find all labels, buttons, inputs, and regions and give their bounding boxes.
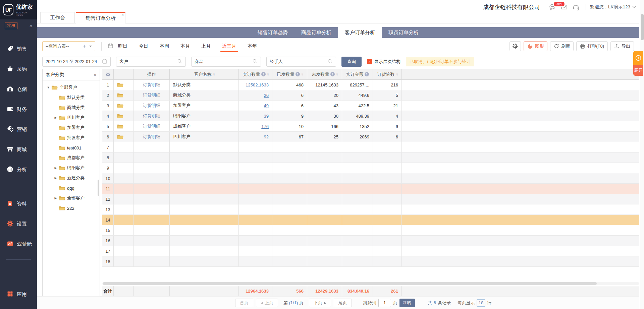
message-icon[interactable]: 389 (549, 3, 556, 11)
table-row[interactable]: 2订货明细商城分类26620449.65 (102, 90, 639, 101)
horizontal-scrollbar[interactable] (102, 282, 639, 285)
column-header-customer[interactable]: 客户名称 ↑↓ (170, 69, 239, 79)
tree-item[interactable]: 加盟客户 (43, 123, 100, 133)
play-button[interactable] (633, 51, 643, 65)
last-page-button[interactable]: 尾页 (334, 299, 352, 307)
order-detail-link[interactable]: 订货明细 (143, 82, 160, 88)
sidebar-item-sales[interactable]: 销售 (0, 39, 37, 59)
quantity-link[interactable]: 49 (264, 103, 269, 108)
notification-badge[interactable]: 389 (553, 1, 565, 7)
date-shortcut[interactable]: 近三月 (222, 43, 236, 49)
subnav-item[interactable]: 职员订单分析 (382, 27, 425, 38)
tree-item[interactable]: 批发客户 (43, 133, 100, 143)
handler-search-input[interactable]: 经手人 (266, 57, 336, 67)
table-row[interactable]: 4订货明细绵阳客户39930489.394 (102, 111, 639, 121)
query-button[interactable]: 查询 (341, 57, 362, 67)
query-scheme-select[interactable]: --查询方案-- + (42, 41, 95, 51)
subnav-item[interactable]: 客户订单分析 (338, 27, 382, 38)
quantity-link[interactable]: 39 (264, 114, 269, 119)
headset-icon[interactable] (572, 3, 580, 11)
close-icon[interactable]: × (121, 13, 124, 17)
table-row-empty[interactable]: 7 (102, 142, 639, 152)
table-row[interactable]: 3订货明细加盟客户49643422.521 (102, 101, 639, 111)
sidebar-item-settings[interactable]: 设置 (0, 214, 37, 234)
tree-item[interactable]: 商城分类 (43, 103, 100, 113)
user-menu[interactable]: 欢迎您，LK演示123 (590, 4, 636, 10)
tree-item[interactable]: test001 (43, 143, 100, 153)
search-icon[interactable] (327, 59, 333, 65)
table-row-empty[interactable]: 15 (102, 225, 639, 236)
tab-sales-order-analysis[interactable]: 销售订单分析 × (76, 12, 125, 23)
date-range-input[interactable]: 2021-10-24 至 2022-01-24 (42, 57, 111, 67)
table-row-empty[interactable]: 16 (102, 236, 639, 246)
tab-workbench[interactable]: 工作台 (40, 12, 75, 23)
search-icon[interactable] (252, 59, 258, 65)
per-page-select[interactable]: 18 (477, 299, 485, 307)
table-row[interactable]: 6订货明细四川客户92672520696 (102, 132, 639, 142)
quantity-link[interactable]: 176 (261, 124, 269, 129)
settings-button[interactable] (509, 41, 521, 51)
tree-item[interactable]: 222 (43, 203, 100, 213)
tree-item[interactable]: ▶新建分类 (43, 173, 100, 183)
table-row-empty[interactable]: 18 (102, 256, 639, 267)
sidebar-item-data[interactable]: 资料 (0, 194, 37, 214)
tree-item[interactable]: ▶四川客户 (43, 113, 100, 123)
prev-page-button[interactable]: ◀上页 (256, 299, 278, 307)
hierarchy-checkbox-wrap[interactable]: ✓ 显示层次结构 (367, 59, 400, 65)
table-row-empty[interactable]: 10 (102, 173, 639, 184)
order-detail-link[interactable]: 订货明细 (143, 134, 160, 140)
sidebar-item-analysis[interactable]: 分析 (0, 160, 37, 180)
next-page-button[interactable]: 下页▶ (309, 299, 331, 307)
tree-toggle-icon[interactable]: ▼ (45, 86, 51, 89)
chevron-down-icon[interactable] (89, 46, 92, 47)
tree-toggle-icon[interactable]: ▶ (53, 176, 59, 180)
quantity-link[interactable]: 26 (264, 93, 269, 98)
table-row-empty[interactable]: 13 (102, 204, 639, 215)
sidebar-item-cockpit[interactable]: 驾驶舱 (0, 234, 37, 254)
order-detail-link[interactable]: 订货明细 (143, 113, 160, 119)
table-row-empty[interactable]: 12 (102, 194, 639, 204)
subnav-item[interactable]: 商品订单分析 (294, 27, 338, 38)
search-icon[interactable] (177, 59, 182, 65)
tree-item[interactable]: ▶全部客户 (43, 193, 100, 203)
customer-search-input[interactable]: 客户 (116, 57, 186, 67)
app-logo[interactable]: UF 优纺家 YOU FOR HOME (0, 0, 37, 19)
date-shortcut[interactable]: 本月 (180, 43, 190, 49)
sidebar-item-warehouse[interactable]: 仓储 (0, 79, 37, 99)
table-row-empty[interactable]: 17 (102, 246, 639, 256)
date-shortcut[interactable]: 昨日 (118, 43, 127, 49)
calendar-icon[interactable] (102, 59, 107, 65)
tree-item[interactable]: 成都客户 (43, 153, 100, 163)
column-header-order-count[interactable]: 订货笔数 ↑↓ (373, 69, 402, 79)
order-detail-link[interactable]: 订货明细 (143, 103, 160, 109)
pinned-tag[interactable]: 常用 (5, 22, 17, 29)
first-page-button[interactable]: 首页 (235, 299, 253, 307)
column-header-ordered-qty[interactable]: 实订数量? ↑↓ (239, 69, 272, 79)
subnav-item[interactable]: 销售订单趋势 (251, 27, 294, 38)
column-settings-cell[interactable] (102, 69, 114, 79)
jump-page-input[interactable] (378, 299, 391, 307)
sidebar-collapse-icon[interactable]: « (30, 23, 32, 28)
panel-collapse-icon[interactable]: « (94, 72, 96, 77)
table-row-empty[interactable]: 9 (102, 163, 639, 173)
tree-scrollbar[interactable] (98, 180, 99, 196)
window-scrollbar[interactable] (640, 0, 644, 309)
add-scheme-icon[interactable]: + (83, 43, 86, 49)
print-button[interactable]: 打印(F8) (576, 41, 608, 51)
quantity-link[interactable]: 12582.1633 (246, 82, 269, 87)
tree-item[interactable]: 默认分类 (43, 92, 100, 103)
date-shortcut[interactable]: 本年 (248, 43, 257, 49)
table-row-empty[interactable]: 8 (102, 152, 639, 163)
export-button[interactable]: 导出 (610, 41, 634, 51)
jump-button[interactable]: 跳转 (399, 299, 415, 307)
sidebar-item-marketing[interactable]: 营销 (0, 119, 37, 139)
date-shortcut[interactable]: 今日 (139, 43, 148, 49)
table-row[interactable]: 5订货明细成都客户1761016613529 (102, 121, 639, 132)
date-shortcut[interactable]: 上月 (201, 43, 211, 49)
column-header-amount[interactable]: 实订金额? (342, 69, 373, 79)
tree-item[interactable]: qqq (43, 183, 100, 193)
chart-view-button[interactable]: 图形 (524, 41, 547, 51)
sidebar-item-apps[interactable]: 应用 (0, 284, 37, 304)
quantity-link[interactable]: 92 (264, 134, 269, 139)
tree-toggle-icon[interactable]: ▶ (53, 166, 59, 170)
